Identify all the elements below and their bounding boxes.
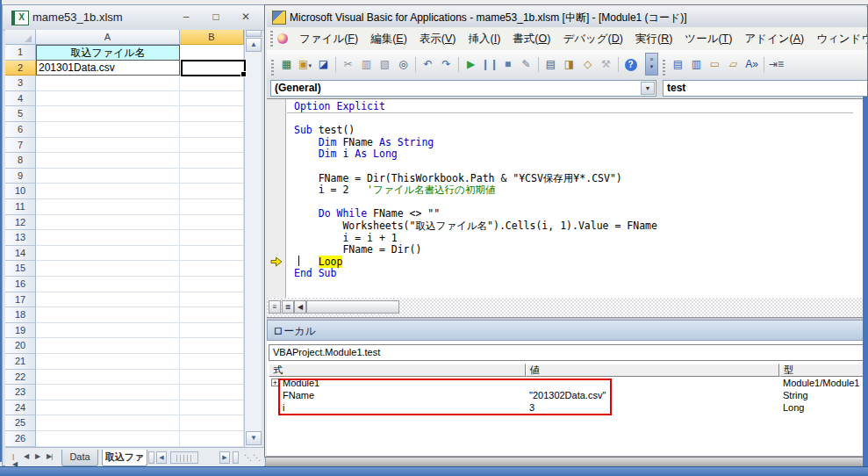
cell-B4[interactable]: [180, 91, 244, 107]
sheet-nav-next[interactable]: ▶: [35, 452, 39, 460]
cell-A10[interactable]: [36, 184, 180, 199]
horizontal-scroll-thumb[interactable]: [170, 451, 198, 464]
excel-titlebar[interactable]: X mame53_1b.xlsm – □ ✕: [3, 5, 265, 31]
cell-A24[interactable]: [36, 400, 180, 416]
locals-header-1[interactable]: 式: [269, 364, 526, 377]
cell-B7[interactable]: [180, 138, 244, 154]
code-line-15[interactable]: End Sub: [287, 268, 857, 280]
cell-B9[interactable]: [180, 169, 244, 184]
list-properties-icon[interactable]: ▤: [670, 56, 686, 72]
toolbox-icon[interactable]: ⚒: [598, 56, 614, 72]
menu-item[interactable]: デバッグ(D): [556, 27, 629, 50]
toolbar-grip[interactable]: [271, 60, 274, 76]
cell-A3[interactable]: [36, 76, 180, 91]
code-line-7[interactable]: FName = Dir(ThisWorkbook.Path & "¥CSV保存用…: [287, 173, 857, 185]
code-line-8[interactable]: i = 2 'ファイル名書込行の初期値: [287, 184, 857, 197]
toolbar-grip[interactable]: [663, 60, 665, 76]
code-line-9[interactable]: [287, 197, 857, 209]
properties-window-icon[interactable]: ◨: [561, 56, 577, 72]
row-header-16[interactable]: 16: [5, 277, 36, 292]
cell-A2[interactable]: 201301Data.csv: [36, 61, 180, 76]
cell-B10[interactable]: [180, 184, 244, 199]
sheet-tab-1[interactable]: Data: [61, 450, 98, 466]
sheet-nav-last[interactable]: ▶|: [47, 452, 52, 460]
design-mode-icon[interactable]: ✎: [518, 56, 534, 72]
row-header-20[interactable]: 20: [5, 338, 36, 354]
tab-scroll-right-button[interactable]: ▶: [219, 451, 230, 464]
cell-B8[interactable]: [180, 153, 244, 169]
scroll-up-arrow[interactable]: ▲: [246, 38, 262, 52]
row-header-19[interactable]: 19: [5, 323, 36, 339]
code-line-3[interactable]: Sub test(): [287, 125, 857, 137]
cell-B26[interactable]: [180, 431, 244, 447]
toolbar-options-button[interactable]: »▾: [645, 53, 658, 76]
row-header-4[interactable]: 4: [5, 91, 36, 107]
vertical-scrollbar[interactable]: ▲ ▼: [244, 30, 262, 447]
row-header-8[interactable]: 8: [5, 153, 36, 169]
chevron-down-icon[interactable]: ▾: [308, 62, 312, 69]
row-header-13[interactable]: 13: [5, 230, 36, 246]
indent-icon[interactable]: ⇥≡: [768, 56, 785, 72]
code-line-2[interactable]: [287, 113, 857, 126]
menu-item[interactable]: 挿入(I): [463, 27, 507, 50]
locals-header-3[interactable]: 型: [779, 364, 864, 377]
vba-titlebar[interactable]: Microsoft Visual Basic for Applications …: [267, 7, 867, 28]
cell-B5[interactable]: [180, 106, 244, 122]
view-excel-icon[interactable]: ▦: [278, 56, 295, 72]
cell-B16[interactable]: [180, 277, 244, 292]
break-icon[interactable]: ❙❙: [481, 56, 498, 72]
cell-B6[interactable]: [180, 122, 244, 138]
cell-B23[interactable]: [180, 385, 244, 400]
parameter-info-icon[interactable]: ▱: [725, 56, 742, 72]
row-header-7[interactable]: 7: [5, 138, 36, 154]
insert-userform-icon[interactable]: ▣▾: [297, 56, 313, 72]
help-icon[interactable]: ?: [622, 56, 639, 72]
quick-info-icon[interactable]: ▭: [707, 56, 723, 72]
code-line-13[interactable]: FName = Dir(): [287, 244, 857, 256]
row-header-3[interactable]: 3: [5, 76, 36, 91]
row-header-26[interactable]: 26: [5, 431, 36, 447]
cell-B18[interactable]: [180, 307, 244, 323]
cell-A18[interactable]: [36, 307, 180, 323]
tab-split-handle[interactable]: [148, 451, 154, 464]
menubar-grip[interactable]: [270, 31, 273, 47]
menu-item[interactable]: ウィンドウ(W): [810, 27, 868, 50]
scrollbar-split-handle-2[interactable]: [233, 451, 239, 464]
code-line-6[interactable]: [287, 161, 857, 173]
window-resize-grip[interactable]: ⋱⋱: [244, 453, 262, 462]
cell-B13[interactable]: [180, 230, 244, 246]
row-header-18[interactable]: 18: [5, 307, 36, 323]
cell-B25[interactable]: [180, 415, 244, 431]
cell-B24[interactable]: [180, 400, 244, 416]
cell-A4[interactable]: [36, 91, 180, 107]
code-margin-indicator-bar[interactable]: [267, 99, 286, 298]
cell-A17[interactable]: [36, 292, 180, 308]
row-header-25[interactable]: 25: [5, 415, 36, 431]
full-module-view-button[interactable]: ≣: [282, 300, 294, 314]
cell-A11[interactable]: [36, 199, 180, 215]
cell-B20[interactable]: [180, 338, 244, 354]
cell-B19[interactable]: [180, 323, 244, 339]
row-header-1[interactable]: 1: [5, 45, 36, 61]
code-line-12[interactable]: i = i + 1: [287, 233, 857, 245]
scrollbar-split-handle[interactable]: [246, 30, 262, 37]
code-line-14[interactable]: Loop: [287, 256, 857, 269]
cell-A13[interactable]: [36, 230, 180, 246]
code-line-5[interactable]: Dim i As Long: [287, 148, 857, 161]
cell-A15[interactable]: [36, 261, 180, 277]
menu-item[interactable]: ツール(T): [678, 27, 738, 50]
restore-button[interactable]: □: [206, 11, 226, 23]
reset-icon[interactable]: ■: [499, 56, 516, 72]
procedure-dropdown[interactable]: test: [663, 80, 868, 97]
cell-B11[interactable]: [180, 199, 244, 215]
row-header-5[interactable]: 5: [5, 106, 36, 122]
menu-item[interactable]: 実行(R): [629, 27, 678, 50]
row-header-9[interactable]: 9: [5, 169, 36, 184]
cell-A20[interactable]: [36, 338, 180, 354]
hscroll-thumb[interactable]: [306, 300, 399, 314]
menu-item[interactable]: 表示(V): [413, 27, 463, 50]
sheet-nav-prev[interactable]: ◀: [24, 452, 28, 460]
cell-B15[interactable]: [180, 261, 244, 277]
code-line-11[interactable]: Worksheets("取込ファイル名").Cells(i, 1).Value …: [287, 220, 857, 233]
sheet-tab-2[interactable]: 取込ファ: [102, 450, 147, 466]
